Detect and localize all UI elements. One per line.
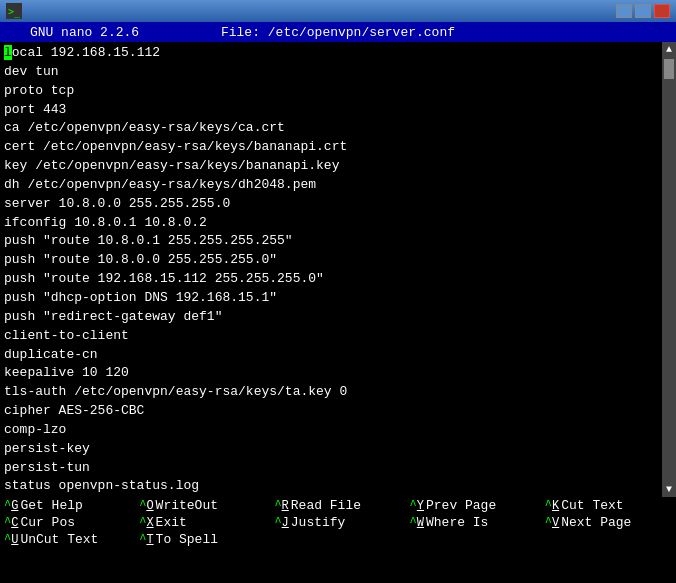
scroll-down-button[interactable]: ▼ xyxy=(664,482,674,497)
scroll-thumb[interactable] xyxy=(664,59,674,79)
shortcut-key: ^K xyxy=(545,499,559,513)
shortcut-label: To Spell xyxy=(156,532,218,547)
shortcut-label: Next Page xyxy=(561,515,631,530)
shortcut-item[interactable]: ^W Where Is xyxy=(406,514,541,531)
shortcut-label: Cur Pos xyxy=(20,515,75,530)
editor-line: push "route 10.8.0.1 255.255.255.255" xyxy=(4,232,658,251)
nano-version: GNU nano 2.2.6 xyxy=(0,25,169,40)
shortcut-label: Prev Page xyxy=(426,498,496,513)
shortcut-key: ^U xyxy=(4,533,18,547)
editor-line: key /etc/openvpn/easy-rsa/keys/bananapi.… xyxy=(4,157,658,176)
editor-line: server 10.8.0.0 255.255.255.0 xyxy=(4,195,658,214)
shortcut-key: ^R xyxy=(274,499,288,513)
shortcut-key: ^J xyxy=(274,516,288,530)
editor-line: persist-tun xyxy=(4,459,658,478)
editor-line: cert /etc/openvpn/easy-rsa/keys/bananapi… xyxy=(4,138,658,157)
title-bar-left: >_ xyxy=(6,3,26,19)
shortcut-label: Cut Text xyxy=(561,498,623,513)
minimize-button[interactable] xyxy=(616,4,632,18)
shortcut-key: ^X xyxy=(139,516,153,530)
editor-content[interactable]: local 192.168.15.112dev tunproto tcpport… xyxy=(0,42,662,497)
shortcut-label: Where Is xyxy=(426,515,488,530)
editor-line: proto tcp xyxy=(4,82,658,101)
editor-line: push "route 192.168.15.112 255.255.255.0… xyxy=(4,270,658,289)
editor-line: persist-key xyxy=(4,440,658,459)
shortcut-key: ^T xyxy=(139,533,153,547)
shortcut-label: UnCut Text xyxy=(20,532,98,547)
nano-header: GNU nano 2.2.6File: /etc/openvpn/server.… xyxy=(0,22,676,42)
shortcut-key: ^V xyxy=(545,516,559,530)
editor-line: tls-auth /etc/openvpn/easy-rsa/keys/ta.k… xyxy=(4,383,658,402)
editor-line: client-to-client xyxy=(4,327,658,346)
editor-line: comp-lzo xyxy=(4,421,658,440)
shortcut-key: ^G xyxy=(4,499,18,513)
editor-line: local 192.168.15.112 xyxy=(4,44,658,63)
shortcut-label: WriteOut xyxy=(156,498,218,513)
editor-line: keepalive 10 120 xyxy=(4,364,658,383)
shortcut-item[interactable]: ^U UnCut Text xyxy=(0,531,135,548)
shortcut-item[interactable]: ^O WriteOut xyxy=(135,497,270,514)
editor-line: dh /etc/openvpn/easy-rsa/keys/dh2048.pem xyxy=(4,176,658,195)
shortcut-item[interactable]: ^Y Prev Page xyxy=(406,497,541,514)
terminal-icon: >_ xyxy=(6,3,22,19)
shortcuts-bar: ^G Get Help^O WriteOut^R Read File^Y Pre… xyxy=(0,497,676,541)
shortcut-label: Read File xyxy=(291,498,361,513)
editor-line: ca /etc/openvpn/easy-rsa/keys/ca.crt xyxy=(4,119,658,138)
svg-text:>_: >_ xyxy=(8,6,21,18)
shortcut-item[interactable]: ^R Read File xyxy=(270,497,405,514)
editor-line: port 443 xyxy=(4,101,658,120)
editor-line: push "dhcp-option DNS 192.168.15.1" xyxy=(4,289,658,308)
shortcut-key: ^C xyxy=(4,516,18,530)
editor-area[interactable]: local 192.168.15.112dev tunproto tcpport… xyxy=(0,42,676,497)
shortcut-key: ^W xyxy=(410,516,424,530)
shortcut-item[interactable]: ^T To Spell xyxy=(135,531,270,548)
scroll-up-button[interactable]: ▲ xyxy=(664,42,674,57)
title-bar: >_ xyxy=(0,0,676,22)
maximize-button[interactable] xyxy=(635,4,651,18)
editor-line: push "route 10.8.0.0 255.255.255.0" xyxy=(4,251,658,270)
shortcut-key: ^O xyxy=(139,499,153,513)
shortcut-item[interactable]: ^C Cur Pos xyxy=(0,514,135,531)
nano-filename: File: /etc/openvpn/server.conf xyxy=(169,25,507,40)
shortcut-label: Justify xyxy=(291,515,346,530)
shortcut-key: ^Y xyxy=(410,499,424,513)
close-button[interactable] xyxy=(654,4,670,18)
shortcut-item[interactable]: ^X Exit xyxy=(135,514,270,531)
shortcut-label: Get Help xyxy=(20,498,82,513)
title-bar-controls xyxy=(616,4,670,18)
editor-line: dev tun xyxy=(4,63,658,82)
editor-line: cipher AES-256-CBC xyxy=(4,402,658,421)
editor-line: ifconfig 10.8.0.1 10.8.0.2 xyxy=(4,214,658,233)
shortcut-item[interactable]: ^K Cut Text xyxy=(541,497,676,514)
shortcut-item[interactable]: ^J Justify xyxy=(270,514,405,531)
shortcut-item[interactable]: ^V Next Page xyxy=(541,514,676,531)
scrollbar[interactable]: ▲ ▼ xyxy=(662,42,676,497)
shortcut-item[interactable]: ^G Get Help xyxy=(0,497,135,514)
editor-line: duplicate-cn xyxy=(4,346,658,365)
shortcut-label: Exit xyxy=(156,515,187,530)
editor-line: push "redirect-gateway def1" xyxy=(4,308,658,327)
editor-line: status openvpn-status.log xyxy=(4,477,658,496)
